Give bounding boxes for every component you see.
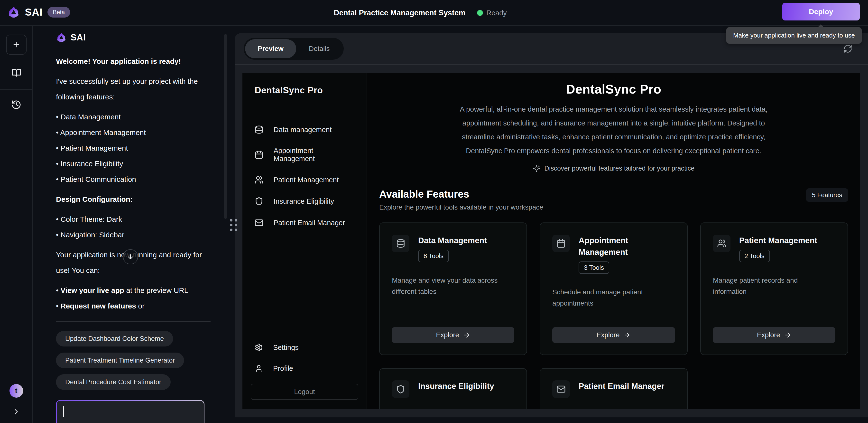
rail-divider [0, 89, 33, 90]
card-title: Patient Email Manager [579, 380, 664, 392]
nav-label: Insurance Eligibility [274, 197, 334, 205]
list-item: Navigation: Sidebar [56, 227, 206, 243]
explore-button[interactable]: Explore [392, 327, 514, 343]
nav-item-patient-email-manager[interactable]: Patient Email Manager [251, 212, 358, 233]
chat-action-list: View your live app at the preview URL Re… [56, 283, 206, 314]
app-main: DentalSync Pro A powerful, all-in-one de… [367, 73, 860, 408]
card-title: Patient Management [739, 235, 817, 246]
list-item: Request new features or [56, 298, 206, 314]
chat-design-list: Color Theme: Dark Navigation: Sidebar [56, 212, 206, 243]
library-button[interactable] [6, 65, 27, 80]
list-item: Patient Management [56, 140, 206, 156]
card-title: Data Management [418, 235, 487, 246]
app-hero-title: DentalSync Pro [379, 82, 848, 96]
explore-button[interactable]: Explore [713, 327, 835, 343]
chevron-right-icon [12, 407, 21, 416]
list-item: View your live app at the preview URL [56, 283, 206, 298]
chat-input[interactable] [57, 401, 204, 423]
scroll-to-bottom-button[interactable] [123, 249, 138, 264]
brand-wordmark: SAI [25, 6, 42, 18]
nav-item-data-management[interactable]: Data management [251, 119, 358, 140]
expand-rail-button[interactable] [12, 407, 21, 416]
features-header: Available Features Explore the powerful … [379, 188, 848, 211]
feature-card-data-management: Data Management 8 Tools Manage and view … [379, 223, 527, 355]
features-subtitle: Explore the powerful tools available in … [379, 203, 543, 211]
user-icon [255, 364, 263, 372]
explore-button[interactable]: Explore [552, 327, 675, 343]
list-item: Patient Communication [56, 172, 206, 187]
app-hero-description: A powerful, all-in-one dental practice m… [448, 102, 779, 158]
chat-panel: SAI Welcome! Your application is ready! … [33, 26, 221, 423]
card-title: Insurance Eligibility [418, 380, 494, 392]
panel-resize-handle[interactable] [230, 219, 237, 231]
logout-button[interactable]: Logout [251, 384, 358, 400]
nav-item-settings[interactable]: Settings [251, 337, 358, 358]
feature-card-insurance-eligibility: Insurance Eligibility [379, 368, 527, 408]
arrow-down-icon [127, 253, 134, 260]
chat-divider [56, 321, 211, 322]
feature-card-appointment-management: Appointment Management 3 Tools Schedule … [540, 223, 687, 355]
list-item: Color Theme: Dark [56, 212, 206, 227]
shield-icon [255, 197, 264, 206]
app-sidebar: DentalSync Pro Data management Appointme… [242, 73, 367, 408]
nav-item-patient-management[interactable]: Patient Management [251, 169, 358, 191]
status-dot-icon [477, 10, 483, 16]
history-button[interactable] [6, 97, 27, 113]
nav-item-profile[interactable]: Profile [251, 358, 358, 379]
tools-count-badge: 8 Tools [418, 250, 449, 262]
nav-item-insurance-eligibility[interactable]: Insurance Eligibility [251, 191, 358, 212]
app-sidebar-title: DentalSync Pro [255, 85, 358, 95]
users-icon [255, 175, 264, 184]
app-preview-frame: DentalSync Pro Data management Appointme… [242, 73, 860, 408]
feature-card-patient-email-manager: Patient Email Manager [540, 368, 687, 408]
arrow-right-icon [463, 331, 470, 339]
refresh-button[interactable] [843, 44, 852, 53]
status-badge: Ready [477, 9, 507, 17]
suggestion-pill[interactable]: Update Dashboard Color Scheme [56, 331, 173, 346]
nav-label: Patient Email Manager [274, 219, 345, 227]
tab-details[interactable]: Details [296, 39, 342, 58]
screen: SAI Beta Dental Practice Management Syst… [0, 0, 868, 423]
chat-scrollbar-thumb[interactable] [224, 34, 227, 219]
app-sidebar-footer: Settings Profile Logout [251, 330, 358, 400]
calendar-icon [255, 150, 264, 159]
nav-label: Patient Management [274, 176, 339, 184]
new-chat-button[interactable] [6, 35, 27, 55]
header-title-group: Dental Practice Management System Ready [334, 0, 507, 26]
database-icon [392, 235, 409, 252]
list-item: Appointment Management [56, 125, 206, 140]
top-header: SAI Beta Dental Practice Management Syst… [0, 0, 868, 26]
page-title: Dental Practice Management System [334, 8, 465, 17]
deploy-button[interactable]: Deploy [782, 3, 860, 21]
book-open-icon [11, 68, 21, 78]
chat-feature-list: Data Management Appointment Management P… [56, 109, 206, 187]
card-description: Manage patient records and information [713, 275, 820, 297]
chat-intro-text: I've successfully set up your project wi… [56, 74, 202, 105]
nav-item-appointment-management[interactable]: Appointment Management [251, 140, 358, 169]
icon-rail: t [0, 26, 33, 423]
refresh-icon [843, 44, 852, 53]
discover-text: Discover powerful features tailored for … [545, 165, 695, 172]
tab-group: Preview Details [244, 38, 344, 60]
tab-preview[interactable]: Preview [245, 39, 296, 58]
mail-icon [552, 380, 570, 398]
chat-design-header: Design Configuration: [56, 192, 202, 207]
feature-cards-row: Data Management 8 Tools Manage and view … [379, 223, 848, 355]
discover-note: Discover powerful features tailored for … [379, 165, 848, 172]
history-icon [11, 100, 22, 110]
suggestion-pill[interactable]: Patient Treatment Timeline Generator [56, 352, 184, 368]
avatar[interactable]: t [9, 384, 23, 398]
chat-assistant-logo: SAI [56, 32, 206, 43]
users-icon [713, 235, 731, 252]
chat-welcome-text: Welcome! Your application is ready! [56, 54, 202, 69]
app-nav: Data management Appointment Management P… [251, 119, 358, 233]
list-item: Data Management [56, 109, 206, 125]
brand: SAI Beta [7, 6, 70, 19]
arrow-right-icon [784, 331, 791, 339]
sai-logo-icon [7, 6, 20, 19]
composer [56, 400, 205, 423]
tools-count-badge: 3 Tools [579, 261, 609, 274]
text-cursor [63, 406, 64, 417]
suggestion-pill[interactable]: Dental Procedure Cost Estimator [56, 374, 170, 390]
chat-brand-wordmark: SAI [70, 32, 86, 43]
